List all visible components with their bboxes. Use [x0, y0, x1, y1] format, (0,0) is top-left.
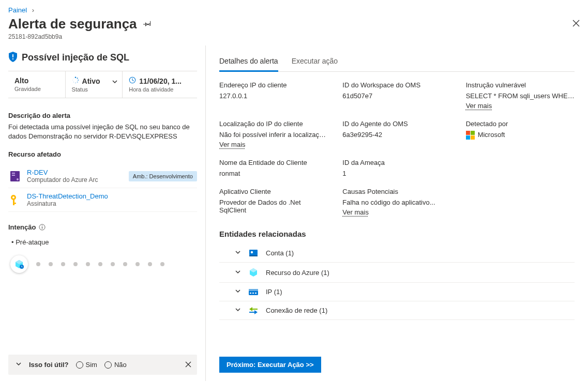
detail-client-ip: Endereço IP do cliente 127.0.0.1 — [219, 81, 328, 110]
resource-type: Computador do Azure Arc — [27, 176, 124, 184]
affected-title: Recurso afetado — [8, 150, 197, 158]
intent-title: Intenção — [8, 223, 197, 231]
entities-title: Entidades relacionadas — [219, 230, 575, 238]
status-label: Status — [72, 86, 116, 93]
entity-row-ip[interactable]: IP (1) — [219, 283, 575, 301]
feedback-question: Isso foi útil? — [29, 361, 69, 369]
svg-point-4 — [74, 77, 76, 78]
stats-row: Alto Gravidade Ativo Status — [8, 71, 197, 98]
feedback-yes[interactable]: Sim — [76, 361, 97, 369]
detail-detected-by: Detectado por Microsoft — [466, 120, 575, 148]
detail-threat-id: ID da Ameaça 1 — [342, 159, 451, 177]
close-icon[interactable] — [185, 361, 192, 370]
affected-resource[interactable]: R-DEV Computador do Azure Arc Amb.: Dese… — [8, 164, 197, 188]
close-icon[interactable] — [572, 20, 580, 28]
detail-client-principal: Nome da Entidade do Cliente ronmat — [219, 159, 328, 177]
shield-icon — [8, 52, 18, 64]
svg-point-8 — [75, 82, 76, 83]
kill-chain-stage-icon[interactable] — [10, 255, 28, 273]
severity-label: Gravidade — [14, 86, 59, 92]
svg-point-16 — [17, 178, 19, 180]
detail-oms-agent: ID do Agente do OMS 6a3e9295-42 — [342, 120, 451, 148]
breadcrumb: Painel › — [0, 0, 588, 16]
kill-chain-dot — [98, 262, 102, 266]
detail-oms-workspace: ID do Workspace do OMS 61d507e7 — [342, 81, 451, 110]
see-more-link[interactable]: Ver mais — [466, 102, 492, 110]
svg-point-7 — [77, 82, 78, 83]
resource-type: Assinatura — [27, 200, 197, 207]
chevron-right-icon: › — [32, 6, 34, 14]
tab-details[interactable]: Detalhes do alerta — [219, 54, 278, 72]
svg-point-9 — [73, 82, 74, 83]
server-icon — [8, 170, 22, 182]
ip-icon — [248, 288, 259, 296]
kill-chain-dot — [135, 262, 140, 266]
chevron-down-icon — [235, 288, 241, 296]
tabs: Detalhes do alerta Executar ação — [219, 54, 575, 72]
svg-rect-3 — [12, 58, 13, 59]
tab-action[interactable]: Executar ação — [292, 54, 338, 71]
kill-chain-dot — [86, 262, 90, 266]
feedback-no[interactable]: Não — [104, 361, 127, 369]
detail-vuln-stmt: Instrução vulnerável SELECT * FROM sqli_… — [466, 81, 575, 110]
time-label: Hora da atividade — [129, 86, 191, 93]
svg-rect-35 — [249, 289, 258, 291]
account-icon — [248, 249, 259, 257]
chevron-down-icon[interactable] — [16, 361, 22, 369]
svg-point-23 — [42, 225, 42, 226]
clock-icon — [129, 77, 136, 85]
chevron-down-icon[interactable] — [112, 79, 118, 86]
svg-marker-40 — [249, 307, 252, 311]
chevron-down-icon — [235, 249, 241, 257]
resource-name[interactable]: DS-ThreatDetection_Demo — [27, 192, 197, 200]
next-action-button[interactable]: Próximo: Executar Ação >> — [219, 357, 321, 373]
chevron-down-icon — [235, 269, 241, 277]
kill-chain-dot — [61, 262, 65, 266]
detail-causes: Causas Potenciais Falha no código do apl… — [342, 188, 451, 216]
spinner-icon — [72, 77, 79, 85]
kill-chain-dot — [36, 262, 40, 266]
svg-point-30 — [251, 251, 253, 253]
pin-icon[interactable] — [143, 19, 152, 29]
affected-resource[interactable]: DS-ThreatDetection_Demo Assinatura — [8, 188, 197, 212]
severity-value: Alto — [14, 77, 59, 85]
environment-tag: Amb.: Desenvolvimento — [129, 171, 197, 181]
description-title: Descrição do alerta — [8, 112, 197, 119]
see-more-link[interactable]: Ver mais — [219, 141, 246, 148]
svg-rect-2 — [12, 54, 13, 57]
see-more-link[interactable]: Ver mais — [342, 208, 369, 216]
svg-rect-19 — [13, 200, 14, 205]
breadcrumb-root[interactable]: Painel — [8, 6, 27, 14]
azure-resource-icon — [248, 268, 259, 277]
detail-client-ip-location: Localização do IP do cliente Não foi pos… — [219, 120, 328, 148]
svg-point-6 — [78, 80, 79, 81]
svg-rect-36 — [250, 293, 251, 294]
resource-name[interactable]: R-DEV — [27, 169, 124, 176]
intent-item: Pré-ataque — [11, 238, 197, 246]
svg-rect-37 — [252, 293, 254, 294]
status-value: Ativo — [82, 77, 100, 85]
svg-rect-38 — [255, 293, 257, 294]
svg-point-11 — [73, 78, 73, 79]
entity-row-azure[interactable]: Recurso do Azure (1) — [219, 263, 575, 283]
alert-id: 25181-892ad5bb9a — [0, 32, 588, 45]
time-value: 11/06/20, 1... — [139, 77, 182, 85]
kill-chain — [8, 255, 197, 273]
svg-point-10 — [72, 80, 73, 80]
svg-point-18 — [12, 196, 14, 198]
entity-row-account[interactable]: Conta (1) — [219, 243, 575, 263]
kill-chain-dot — [123, 262, 127, 266]
kill-chain-dot — [111, 262, 115, 266]
info-icon[interactable] — [39, 224, 46, 231]
kill-chain-dot — [49, 262, 53, 266]
key-icon — [8, 194, 22, 206]
kill-chain-dot — [73, 262, 78, 266]
entity-row-network[interactable]: Conexão de rede (1) — [219, 301, 575, 320]
chevron-down-icon — [235, 307, 241, 314]
kill-chain-dot — [148, 262, 152, 266]
detail-client-app: Aplicativo Cliente Provedor de Dados do … — [219, 188, 328, 216]
svg-rect-29 — [249, 250, 258, 255]
svg-rect-15 — [12, 175, 15, 176]
page-title: Alerta de segurança — [8, 16, 137, 32]
svg-rect-20 — [13, 203, 16, 204]
